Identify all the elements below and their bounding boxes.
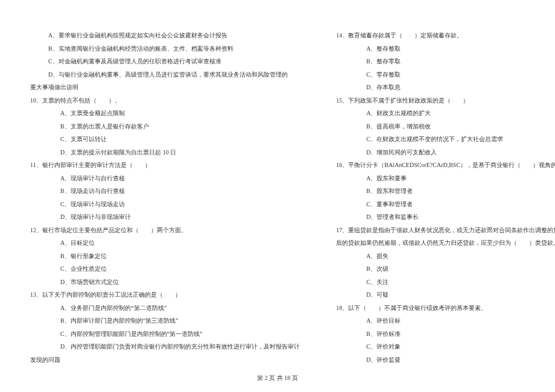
question-13: 13、以下关于内部控制的职责分工说法正确的是（ ）: [30, 288, 300, 302]
option-text: D、与银行业金融机构董事、高级管理人员进行监管谈话，要求其就业务活动和风险管理的: [30, 68, 300, 81]
option-text: C、现场审计与现场走访: [30, 198, 300, 211]
option-text: B、内部审计部门是内部控制的“第三道防线”: [30, 314, 300, 327]
option-text: D、增加民间的可支配收入: [336, 146, 555, 159]
option-text: B、股东和管理者: [336, 185, 555, 198]
question-15: 15、下列政策不属于扩张性财政政策的是（ ）: [336, 94, 555, 107]
option-text: D、市场营销方式定位: [30, 276, 300, 289]
option-text: A、支票受金额起点限制: [30, 107, 300, 120]
option-text: C、在财政支出规模不变的情况下，扩大社会总需求: [336, 133, 555, 146]
question-11: 11、银行内部审计主要的审计方法是（ ）: [30, 159, 300, 172]
option-text: C、对金融机构董事及高级管理人员的任职资格进行考试审查核准: [30, 55, 300, 68]
left-column: A、要求银行业金融机构按照规定如实向社会公众披露财务会计报告 B、实地查阅银行业…: [30, 29, 300, 366]
option-text: D、存本取息: [336, 81, 555, 94]
option-text: C、评价对象: [336, 340, 555, 353]
right-column: 14、教育储蓄存款属于（ ）定期储蓄存款。 A、整存整取 B、整存零取 C、零存…: [336, 29, 555, 366]
option-text: B、现场走访与自行查核: [30, 185, 300, 198]
question-10: 10、支票的特点不包括（ ）。: [30, 94, 300, 107]
question-17: 17、重组贷款是指由于借款人财务状况恶化，或无力还款而对合同条款作出调整的贷款，…: [336, 224, 555, 237]
option-text: B、实地查阅银行业金融机构经营活动的账表、文件、档案等各种资料: [30, 42, 300, 55]
option-text: D、可疑: [336, 288, 555, 302]
option-text: B、提高税率，增加税收: [336, 120, 555, 133]
option-text: D、支票的提示付款期限为自出票日起 10 日: [30, 146, 300, 159]
option-text: B、整存零取: [336, 55, 555, 68]
option-text: D、内控管理职能部门负责对商业银行内部控制的充分性和有效性进行审计，及时报告审计: [30, 340, 300, 353]
option-text: A、业务部门是内部控制的“第二道防线”: [30, 302, 300, 315]
option-text: C、关注: [336, 276, 555, 289]
option-text: B、支票的出票人是银行存款客户: [30, 120, 300, 133]
option-text: A、现场审计与自行查核: [30, 172, 300, 185]
option-text: C、零存整取: [336, 68, 555, 81]
question-12: 12、银行市场定位主要包括产品定位和（ ）两个方面。: [30, 224, 300, 237]
question-14: 14、教育储蓄存款属于（ ）定期储蓄存款。: [336, 29, 555, 42]
option-text: B、次级: [336, 262, 555, 276]
option-text: A、整存整取: [336, 42, 555, 55]
question-18: 18、以下（ ）不属于商业银行绩效考评的基本要素。: [336, 302, 555, 315]
option-text: C、董事和管理者: [336, 198, 555, 211]
option-text: D、评价监督: [336, 353, 555, 367]
option-text: C、内部控制管理职能部门是内部控制的“第一道防线”: [30, 327, 300, 341]
option-text-cont: 重大事项做出说明: [30, 81, 300, 94]
option-text: A、要求银行业金融机构按照规定如实向社会公众披露财务会计报告: [30, 29, 300, 42]
question-17-cont: 后的贷款如果仍然逾期，或借款人仍然无力归还贷款，应至少归为（ ）类贷款。: [336, 236, 555, 250]
question-16: 16、平衡计分卡（BAlAnCEDSCorE?CArD,BSC），是基于商业银行…: [336, 159, 555, 172]
page-footer: 第 2 页 共 18 页: [0, 374, 555, 382]
option-text: A、评价目标: [336, 314, 555, 327]
option-text: A、财政支出规模的扩大: [336, 107, 555, 120]
option-text: C、支票可以转让: [30, 133, 300, 146]
option-text: B、银行形象定位: [30, 250, 300, 263]
option-text: D、管理者和监事长: [336, 210, 555, 224]
option-text: A、股东和董事: [336, 172, 555, 185]
option-text: A、损失: [336, 250, 555, 263]
option-text-cont: 发现的问题: [30, 353, 300, 367]
page-content: A、要求银行业金融机构按照规定如实向社会公众披露财务会计报告 B、实地查阅银行业…: [0, 0, 555, 384]
option-text: D、现场审计与非现场审计: [30, 210, 300, 224]
option-text: B、评价标准: [336, 327, 555, 341]
option-text: A、目标定位: [30, 236, 300, 250]
option-text: C、企业性质定位: [30, 262, 300, 276]
